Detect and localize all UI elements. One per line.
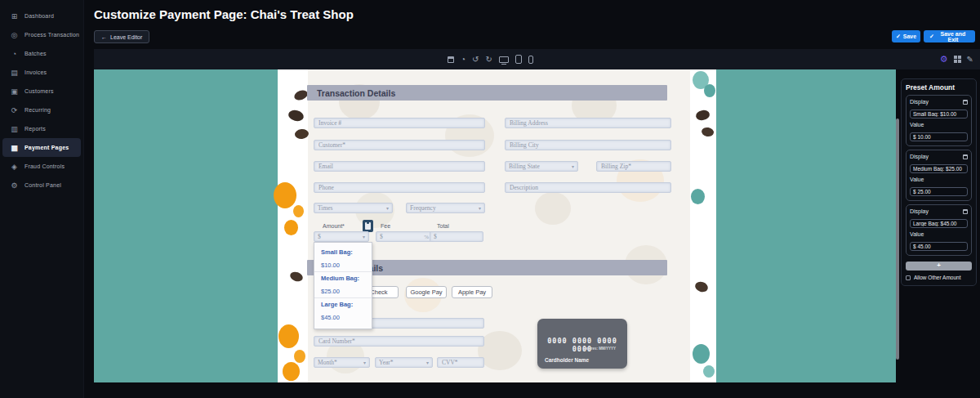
save-and-exit-button[interactable]: ✓ Save and Exit [924,30,975,42]
preset-value-input[interactable] [910,242,968,251]
undo-icon[interactable]: ↺ [472,56,479,64]
sidebar-item-reports[interactable]: ▥ Reports [2,119,81,138]
reports-icon: ▥ [10,125,19,133]
recurring-icon: ⟳ [10,106,19,114]
allow-other-amount-checkbox[interactable] [906,275,911,280]
billing-state-placeholder: Billing State [509,163,540,170]
sidebar-item-batches[interactable]: ◔ Batches [2,44,81,63]
paw-print-decor [704,84,715,97]
preset-display-input[interactable] [910,164,968,173]
leave-editor-button[interactable]: ← Leave Editor [94,30,149,43]
sidebar-item-customers[interactable]: ▣ Customers [2,82,81,101]
leave-editor-label: Leave Editor [110,34,142,40]
value-label: Value [910,122,968,127]
layout-grid-icon[interactable] [954,56,961,63]
batches-icon: ◔ [10,50,19,58]
description-input[interactable] [505,182,671,193]
transaction-details-header: Transaction Details [307,85,667,101]
chevron-down-icon: ▾ [363,360,366,365]
amount-select[interactable]: $ ▾ [314,231,369,242]
preset-amount-panel: Preset Amount Display Value Display Valu… [901,78,977,286]
dropdown-option-value[interactable]: $45.00 [314,311,372,324]
year-select[interactable]: Year* ▾ [375,357,433,368]
cvv-input[interactable] [437,357,484,368]
currency-prefix: $ [434,233,437,240]
frequency-select[interactable]: Frequency ▾ [406,203,485,213]
toolbar-center-group: ◔ ↺ ↻ [448,49,533,69]
preset-display-input[interactable] [910,110,968,119]
sidebar-item-control-panel[interactable]: ⚙ Control Panel [2,176,81,195]
sidebar-item-invoices[interactable]: ▤ Invoices [2,63,81,82]
credit-card-preview: 0000 0000 0000 0000 Expires: MM/YYYY Car… [537,319,627,369]
trash-icon[interactable] [448,56,454,63]
redo-icon[interactable]: ↻ [485,56,492,64]
billing-state-select[interactable]: Billing State ▾ [505,161,578,172]
sidebar-item-recurring[interactable]: ⟳ Recurring [2,101,81,119]
paw-print-decor [278,324,299,348]
mobile-preview-icon[interactable] [528,56,533,64]
canvas-scrollbar-thumb[interactable] [896,119,899,360]
customer-input[interactable] [314,140,485,150]
preset-value-input[interactable] [910,132,968,141]
invoices-icon: ▤ [10,69,19,77]
dropdown-option-label[interactable]: Medium Bag: [314,271,372,284]
card-number-input[interactable] [314,336,484,347]
fee-input[interactable]: $ % [376,231,433,242]
paw-print-decor [693,344,710,364]
sidebar-item-payment-pages[interactable]: ▦ Payment Pages [2,138,81,157]
sidebar-item-label: Reports [24,126,46,132]
sidebar-item-label: Payment Pages [24,145,69,150]
brush-icon[interactable]: ✎ [967,56,973,64]
billing-address-input[interactable] [505,118,671,128]
sidebar-item-fraud-controls[interactable]: ◈ Fraud Controls [2,157,81,176]
dropdown-option-label[interactable]: Large Bag: [314,297,372,311]
sidebar-item-dashboard[interactable]: ⊞ Dashboard [2,7,81,25]
desktop-preview-icon[interactable] [499,56,509,63]
times-select[interactable]: Times ▾ [314,203,393,213]
billing-zip-input[interactable] [596,161,671,172]
preset-display-input[interactable] [910,219,968,228]
amount-label: Amount* [323,223,345,229]
paw-print-decor [691,189,705,204]
history-icon[interactable]: ◔ [461,56,466,64]
add-preset-button[interactable]: + [906,262,972,271]
email-input[interactable] [314,161,485,172]
delete-preset-icon[interactable] [963,100,968,105]
paw-print-decor [283,362,300,381]
sidebar-item-label: Recurring [24,107,51,113]
chevron-down-icon: ▾ [386,205,389,211]
invoice-input[interactable] [314,118,485,128]
delete-preset-icon[interactable] [963,209,968,214]
app-root: ⊞ Dashboard ◎ Process Transaction ◔ Batc… [0,0,980,398]
sidebar: ⊞ Dashboard ◎ Process Transaction ◔ Batc… [0,0,84,398]
preset-value-input[interactable] [910,187,968,196]
save-button[interactable]: ✓ Save [892,30,920,42]
google-pay-button[interactable]: Google Pay [406,286,447,298]
dropdown-option-value[interactable]: $25.00 [314,284,372,297]
preset-amount-clipboard-icon[interactable] [363,220,373,232]
dropdown-option-label[interactable]: Small Bag: [314,245,372,258]
toolbar-right-group: ⚙ ✎ [940,49,973,69]
apple-pay-button[interactable]: Apple Pay [452,286,492,298]
sidebar-item-process-transaction[interactable]: ◎ Process Transaction [2,25,81,44]
delete-preset-icon[interactable] [963,154,968,159]
tablet-preview-icon[interactable] [515,55,522,64]
total-input[interactable]: $ [430,231,483,242]
billing-city-input[interactable] [505,140,671,150]
sidebar-item-label: Fraud Controls [24,163,65,169]
fraud-controls-icon: ◈ [10,163,19,171]
phone-input[interactable] [314,182,485,193]
dropdown-option-value[interactable]: $10.00 [314,258,372,271]
card-number-preview: 0000 0000 0000 0000 [537,337,627,353]
month-select[interactable]: Month* ▾ [314,357,370,368]
sidebar-item-label: Customers [24,88,54,94]
sidebar-item-label: Invoices [24,69,47,75]
settings-gear-icon[interactable]: ⚙ [940,55,948,64]
frequency-placeholder: Frequency [410,204,436,212]
customers-icon: ▣ [10,87,19,96]
process-transaction-icon: ◎ [10,31,19,39]
fee-label: Fee [381,223,390,229]
display-label: Display [910,99,929,105]
display-label: Display [910,154,929,159]
canvas-toolbar: ◔ ↺ ↻ ⚙ ✎ [94,49,980,69]
